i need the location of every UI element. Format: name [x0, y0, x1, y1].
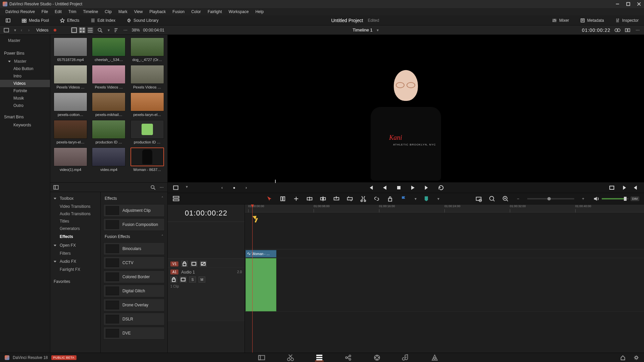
clip-thumbnail[interactable] [54, 65, 87, 84]
flag-chevron-icon[interactable]: ▾ [415, 196, 417, 201]
play-reverse-button[interactable] [381, 184, 388, 191]
page-fusion[interactable] [344, 354, 353, 361]
prev-edit-button[interactable]: ‹ [219, 184, 225, 191]
fx-item[interactable]: Digital Glitch [103, 285, 165, 297]
fx-item[interactable]: Fusion Composition [103, 218, 165, 231]
zoom-detail-button[interactable] [488, 195, 496, 202]
clip-thumbnail[interactable] [130, 38, 164, 56]
bin-master-root[interactable]: Master [0, 37, 50, 44]
bypass-color-icon[interactable] [614, 27, 621, 33]
lock-button[interactable] [386, 195, 394, 202]
fx-item[interactable]: DSLR [103, 313, 165, 325]
replace-clip-button[interactable] [346, 195, 354, 202]
menu-view[interactable]: View [131, 8, 146, 15]
media-clip[interactable]: Pexels Videos … [130, 65, 165, 89]
first-frame-button[interactable] [367, 184, 374, 191]
fx-more-icon[interactable]: ⋯ [159, 184, 165, 190]
clip-thumbnail[interactable] [92, 93, 125, 111]
view-metadata-button[interactable] [71, 27, 77, 33]
page-media[interactable] [257, 354, 266, 361]
fx-item[interactable]: CCTV [103, 256, 165, 269]
fx-filters[interactable]: Filters [50, 250, 100, 257]
page-edit[interactable] [315, 354, 324, 361]
menu-clip[interactable]: Clip [101, 8, 115, 15]
track-a1-solo[interactable]: S [189, 277, 196, 283]
clip-thumbnail[interactable] [54, 93, 87, 111]
clip-thumbnail[interactable] [130, 65, 164, 84]
fx-search-icon[interactable] [150, 184, 156, 190]
media-clip[interactable]: cheetah_-_534… [91, 38, 126, 62]
zoom-minus[interactable]: − [515, 196, 521, 202]
fx-audio-transitions[interactable]: Audio Transitions [50, 210, 100, 218]
menu-color[interactable]: Color [188, 8, 204, 15]
media-clip[interactable]: pexels-taryn-el… [130, 93, 165, 117]
sort-icon[interactable] [113, 27, 119, 33]
menu-mark[interactable]: Mark [115, 8, 131, 15]
menu-timeline[interactable]: Timeline [79, 8, 101, 15]
track-a1-auto-select[interactable] [180, 277, 186, 283]
match-frame-button[interactable]: ● [231, 184, 237, 191]
menu-playback[interactable]: Playback [146, 8, 169, 15]
bin-outro[interactable]: Outro [0, 102, 50, 109]
menu-davinci-resolve[interactable]: DaVinci Resolve [2, 8, 38, 15]
track-a1-mute[interactable]: M [199, 277, 205, 283]
fx-fairlight-fx[interactable]: Fairlight FX [50, 266, 100, 273]
timeline-timecode[interactable]: 01:00:00:22 [168, 204, 245, 222]
razor-button[interactable] [360, 195, 367, 202]
media-clip[interactable]: video.mp4 [91, 147, 126, 172]
close-button[interactable] [637, 2, 641, 6]
bin-intro[interactable]: Intro [0, 72, 50, 80]
menu-trim[interactable]: Trim [65, 8, 80, 15]
track-a1-badge[interactable]: A1 [170, 269, 178, 275]
edit-index-button[interactable]: Edit Index [88, 16, 118, 24]
chevron-down-icon[interactable] [8, 61, 11, 62]
nav-back[interactable]: ‹ [19, 28, 23, 33]
menu-file[interactable]: File [38, 8, 51, 15]
timeline-clip-a1[interactable] [246, 258, 276, 311]
timeline-clip-v1[interactable]: Woman - … [246, 250, 276, 257]
viewer-options-icon[interactable]: ⋯ [635, 27, 641, 33]
insert-clip-button[interactable] [319, 195, 327, 202]
media-clip[interactable]: production ID … [91, 120, 126, 144]
monitor-volume-icon[interactable] [592, 195, 600, 202]
clip-thumbnail[interactable] [92, 147, 125, 166]
track-a1-lock[interactable] [170, 277, 177, 283]
page-cut[interactable] [286, 354, 295, 361]
chevron-down-icon[interactable] [54, 245, 56, 246]
clip-thumbnail[interactable] [54, 120, 87, 139]
zoom-plus[interactable]: + [580, 196, 586, 202]
media-clip[interactable]: pexels-taryn-el… [53, 120, 88, 144]
track-v1-auto-select[interactable] [191, 261, 197, 267]
nav-forward[interactable]: › [27, 28, 31, 33]
fx-item[interactable]: Binoculars [103, 242, 165, 255]
stop-button[interactable] [395, 184, 402, 191]
timeline-name[interactable]: Timeline 1 [353, 27, 372, 33]
expand-left-button[interactable] [3, 16, 13, 24]
bin-musik[interactable]: Musik [0, 95, 50, 102]
page-deliver[interactable] [430, 354, 439, 361]
maximize-button[interactable] [626, 2, 631, 6]
media-clip[interactable]: dog_-_4727 (Or… [130, 38, 165, 62]
fx-group-effects-header[interactable]: Effects [105, 196, 117, 201]
media-clip[interactable]: Pexels Videos … [53, 65, 88, 89]
bin-videos[interactable]: Videos [0, 80, 50, 87]
clip-thumbnail[interactable] [92, 38, 125, 56]
media-clip[interactable]: pexels-cotton… [53, 93, 88, 117]
track-v1-badge[interactable]: V1 [170, 261, 178, 266]
clip-thumbnail[interactable] [130, 93, 164, 111]
menu-fairlight[interactable]: Fairlight [204, 8, 225, 15]
fx-video-transitions[interactable]: Video Transitions [50, 203, 100, 210]
fx-group-fusion-header[interactable]: Fusion Effects [105, 234, 130, 239]
search-icon[interactable] [97, 27, 103, 33]
timeline-chevron-down-icon[interactable]: ▾ [377, 28, 379, 33]
monitor-volume-slider[interactable] [602, 198, 629, 199]
effects-button[interactable]: Effects [57, 16, 82, 24]
blade-tool-button[interactable] [306, 195, 313, 202]
viewer-zoom-percent[interactable]: 38% [132, 28, 140, 33]
clip-thumbnail[interactable] [130, 147, 164, 166]
track-a1-name[interactable]: Audio 1 [181, 270, 195, 275]
clip-thumbnail[interactable] [92, 65, 125, 84]
trim-tool-button[interactable] [279, 195, 286, 202]
timeline-ruler[interactable]: 01:00:00:0001:00:08:0001:00:16:0001:00:2… [245, 204, 644, 213]
metadata-button[interactable]: Metadata [577, 16, 607, 24]
